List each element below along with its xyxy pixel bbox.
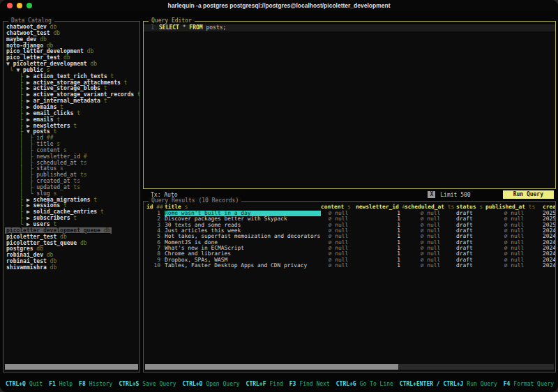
cell-title[interactable]: Tables, Faster Desktop Apps and CDN priv… <box>165 263 321 269</box>
table-row[interactable]: 10Tables, Faster Desktop Apps and CDN pr… <box>144 263 555 269</box>
cell-newsletter_id[interactable]: 1 <box>356 216 405 222</box>
shortcut-format-query[interactable]: F4Format Query <box>504 381 554 388</box>
catalog-item-shivammishra[interactable]: shivammishra db <box>6 265 138 271</box>
cell-scheduled_at[interactable]: ∅ null <box>405 240 456 246</box>
cell-content[interactable]: ∅ null <box>321 257 356 263</box>
cell-published_at[interactable]: ∅ null <box>485 234 543 239</box>
cell-published_at[interactable]: ∅ null <box>485 211 543 216</box>
shortcut-go-to-line[interactable]: CTRL+GGo To Line <box>336 381 393 388</box>
shortcut-help[interactable]: F1Help <box>49 381 73 388</box>
table-row[interactable]: 8Chrome and libraries∅ null1∅ nulldraft∅… <box>144 251 555 257</box>
cell-crea[interactable]: 2024 <box>543 234 555 239</box>
cell-published_at[interactable]: ∅ null <box>485 246 543 251</box>
cell-id[interactable]: 2 <box>146 216 165 222</box>
cell-id[interactable]: 10 <box>146 263 165 269</box>
cell-title[interactable]: 30 texts and some reads <box>165 223 321 228</box>
shortcut-find[interactable]: CTRL+FFind <box>246 381 283 388</box>
cell-content[interactable]: ∅ null <box>321 246 356 251</box>
cell-newsletter_id[interactable]: 1 <box>356 257 405 263</box>
cell-title[interactable]: Rome wasn't built in a day <box>165 211 321 216</box>
cell-title[interactable]: What's new in ECMAScript <box>165 246 321 251</box>
cell-content[interactable]: ∅ null <box>321 223 356 228</box>
cell-title[interactable]: MomentJS is done <box>165 240 321 246</box>
cell-content[interactable]: ∅ null <box>321 228 356 234</box>
cell-status[interactable]: draft <box>456 216 485 222</box>
minimize-window-icon[interactable] <box>17 3 22 8</box>
column-header-newsletter_id[interactable]: newsletter_id # <box>356 204 405 210</box>
cell-scheduled_at[interactable]: ∅ null <box>405 216 456 222</box>
cell-id[interactable]: 7 <box>146 246 165 251</box>
close-window-icon[interactable] <box>7 3 13 8</box>
cell-title[interactable]: Chrome and libraries <box>165 251 321 257</box>
sql-statement[interactable]: SELECT * FROM posts; <box>159 24 226 31</box>
table-row[interactable]: 2Discover packages better with Skypack∅ … <box>144 216 555 222</box>
results-hscroll-thumb[interactable] <box>145 364 398 370</box>
cell-status[interactable]: draft <box>456 240 485 246</box>
table-row[interactable]: 330 texts and some reads∅ null1∅ nulldra… <box>144 223 555 228</box>
cell-published_at[interactable]: ∅ null <box>485 240 543 246</box>
cell-content[interactable]: ∅ null <box>321 211 356 216</box>
cell-scheduled_at[interactable]: ∅ null <box>405 251 456 257</box>
editor-current-line[interactable]: 1 SELECT * FROM posts; <box>144 24 555 31</box>
cell-title[interactable]: Hot takes, superfast memoization and dec… <box>165 234 321 239</box>
cell-published_at[interactable]: ∅ null <box>485 228 543 234</box>
cell-scheduled_at[interactable]: ∅ null <box>405 246 456 251</box>
cell-crea[interactable]: 2024 <box>543 228 555 234</box>
cell-crea[interactable]: 2025 <box>543 216 555 222</box>
cell-status[interactable]: draft <box>456 251 485 257</box>
shortcut-find-next[interactable]: F3Find Next <box>289 381 330 388</box>
cell-id[interactable]: 9 <box>146 257 165 263</box>
cell-id[interactable]: 4 <box>146 228 165 234</box>
cell-newsletter_id[interactable]: 1 <box>356 228 405 234</box>
column-header-status[interactable]: status s <box>456 204 485 210</box>
cell-scheduled_at[interactable]: ∅ null <box>405 257 456 263</box>
cell-published_at[interactable]: ∅ null <box>485 223 543 228</box>
cell-status[interactable]: draft <box>456 246 485 251</box>
cell-newsletter_id[interactable]: 1 <box>356 240 405 246</box>
shortcut-save-query[interactable]: CTRL+SSave Query <box>119 381 176 388</box>
limit-checkbox[interactable]: X <box>428 191 435 198</box>
cell-content[interactable]: ∅ null <box>321 234 356 239</box>
cell-content[interactable]: ∅ null <box>321 240 356 246</box>
cell-scheduled_at[interactable]: ∅ null <box>405 234 456 239</box>
cell-crea[interactable]: 2025 <box>543 211 555 216</box>
cell-status[interactable]: draft <box>456 228 485 234</box>
cell-scheduled_at[interactable]: ∅ null <box>405 228 456 234</box>
cell-title[interactable]: Discover packages better with Skypack <box>165 216 321 222</box>
cell-content[interactable]: ∅ null <box>321 216 356 222</box>
cell-title[interactable]: Just articles this week <box>165 228 321 234</box>
table-row[interactable]: 9Dropbox, SPAs, WASM∅ null1∅ nulldraft∅ … <box>144 257 555 263</box>
cell-content[interactable]: ∅ null <box>321 251 356 257</box>
limit-label[interactable]: Limit 500 <box>440 192 470 198</box>
cell-scheduled_at[interactable]: ∅ null <box>405 211 456 216</box>
table-row[interactable]: 7What's new in ECMAScript∅ null1∅ nulldr… <box>144 246 555 251</box>
cell-crea[interactable]: 2024 <box>543 257 555 263</box>
cell-published_at[interactable]: ∅ null <box>485 257 543 263</box>
cell-published_at[interactable]: ∅ null <box>485 251 543 257</box>
cell-crea[interactable]: 2024 <box>543 246 555 251</box>
cell-id[interactable]: 8 <box>146 251 165 257</box>
cell-content[interactable]: ∅ null <box>321 263 356 269</box>
query-editor-panel[interactable]: Query Editor 1 SELECT * FROM posts; <box>143 21 556 189</box>
cell-title[interactable]: Dropbox, SPAs, WASM <box>165 257 321 263</box>
table-row[interactable]: 6MomentJS is done∅ null1∅ nulldraft∅ nul… <box>144 240 555 246</box>
column-header-crea[interactable]: crea <box>543 204 555 210</box>
column-header-id[interactable]: id ## <box>146 204 165 210</box>
cell-crea[interactable]: 2024 <box>543 251 555 257</box>
cell-newsletter_id[interactable]: 1 <box>356 234 405 239</box>
cell-newsletter_id[interactable]: 1 <box>356 263 405 269</box>
cell-status[interactable]: draft <box>456 257 485 263</box>
run-query-button[interactable]: Run Query <box>503 190 554 199</box>
cell-newsletter_id[interactable]: 1 <box>356 246 405 251</box>
cell-newsletter_id[interactable]: 1 <box>356 223 405 228</box>
shortcut-history[interactable]: F8History <box>79 381 112 388</box>
cell-status[interactable]: draft <box>456 234 485 239</box>
cell-newsletter_id[interactable]: 1 <box>356 251 405 257</box>
catalog-hscrollbar[interactable] <box>5 364 138 370</box>
cell-status[interactable]: draft <box>456 263 485 269</box>
cell-id[interactable]: 3 <box>146 223 165 228</box>
cell-id[interactable]: 1 <box>146 211 165 216</box>
column-header-title[interactable]: title s <box>165 204 321 210</box>
table-row[interactable]: 4Just articles this week∅ null1∅ nulldra… <box>144 228 555 234</box>
cell-status[interactable]: draft <box>456 211 485 216</box>
